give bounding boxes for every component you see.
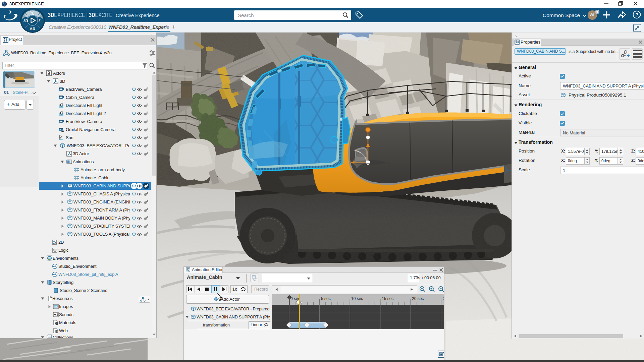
svg-text:3D: 3D xyxy=(23,19,28,23)
svg-text:?: ? xyxy=(635,12,638,17)
svg-text:V.R: V.R xyxy=(30,27,36,31)
